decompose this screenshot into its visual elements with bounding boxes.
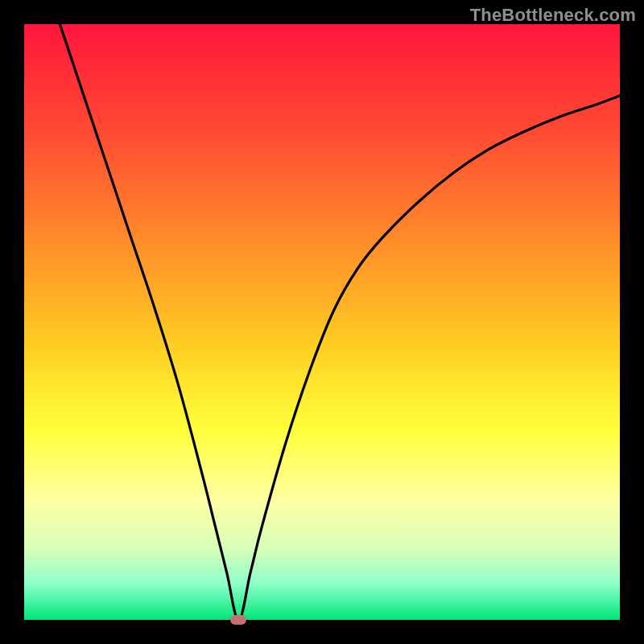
watermark-text: TheBottleneck.com	[470, 5, 636, 26]
curve-svg	[24, 24, 620, 620]
bottleneck-curve	[60, 24, 620, 620]
chart-frame: TheBottleneck.com	[0, 0, 644, 644]
minimum-marker	[230, 615, 246, 625]
plot-area	[24, 24, 620, 620]
